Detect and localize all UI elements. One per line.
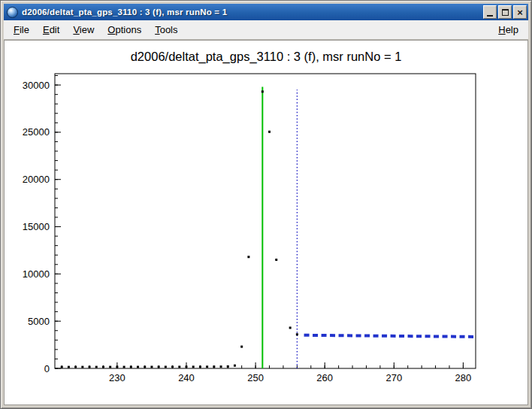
x-tick-label: 230 — [109, 372, 125, 383]
minimize-button[interactable] — [483, 5, 497, 19]
minimize-icon — [487, 15, 493, 17]
data-point — [192, 365, 195, 368]
data-point — [165, 365, 167, 368]
data-point — [289, 326, 292, 329]
data-point — [247, 256, 249, 258]
y-tick-label: 10000 — [23, 268, 50, 280]
app-icon — [7, 7, 18, 18]
data-point — [178, 365, 180, 368]
data-point — [158, 365, 160, 368]
x-tick-label: 270 — [385, 372, 402, 383]
y-tick-label: 5000 — [28, 316, 50, 327]
x-tick-label: 260 — [316, 372, 333, 383]
data-point — [102, 366, 104, 368]
chart-svg: 2302402502602702800500010000150002000025… — [5, 41, 528, 405]
data-point — [275, 259, 277, 261]
menubar-right: Help — [491, 22, 525, 38]
data-point — [109, 366, 111, 368]
data-point — [227, 365, 229, 368]
data-point — [74, 366, 77, 368]
y-tick-label: 0 — [44, 363, 50, 374]
x-tick-label: 280 — [455, 372, 472, 383]
data-point — [89, 366, 91, 368]
data-point — [68, 366, 70, 368]
data-point — [206, 365, 208, 368]
data-point — [116, 366, 118, 368]
y-tick-label: 15000 — [23, 221, 50, 232]
menu-item-tools[interactable]: Tools — [148, 22, 184, 38]
root-canvas[interactable]: d2006/deltat_pta_gps_3110 : 3 (f), msr r… — [4, 40, 528, 405]
window-title: d2006/deltat_pta_gps_3110 : 3 (f), msr r… — [22, 8, 483, 17]
window: d2006/deltat_pta_gps_3110 : 3 (f), msr r… — [0, 0, 532, 409]
data-point — [261, 90, 264, 92]
data-point — [81, 366, 83, 368]
window-controls: × — [483, 5, 527, 19]
data-point — [220, 365, 222, 368]
y-tick-label: 25000 — [23, 126, 50, 138]
data-point — [199, 365, 201, 368]
data-point — [234, 365, 236, 367]
plot-frame — [55, 74, 476, 368]
data-point — [150, 366, 153, 368]
close-button[interactable]: × — [513, 5, 527, 19]
data-point — [144, 365, 146, 368]
data-point — [137, 366, 139, 368]
data-point — [240, 346, 243, 348]
x-tick-label: 250 — [247, 372, 264, 383]
data-point — [95, 366, 98, 368]
menu-item-edit[interactable]: Edit — [36, 22, 66, 38]
menu-item-help[interactable]: Help — [491, 22, 525, 38]
y-tick-label: 30000 — [23, 80, 50, 91]
data-point — [268, 131, 271, 133]
titlebar[interactable]: d2006/deltat_pta_gps_3110 : 3 (f), msr r… — [4, 4, 528, 20]
menu-item-view[interactable]: View — [66, 22, 101, 38]
menu-item-file[interactable]: File — [7, 22, 36, 38]
data-point — [61, 366, 63, 368]
menu-item-options[interactable]: Options — [101, 22, 148, 38]
menubar-left: FileEditViewOptionsTools — [7, 22, 185, 38]
data-point — [213, 365, 215, 368]
background-level-line — [304, 335, 474, 337]
data-point — [123, 366, 125, 368]
close-icon: × — [517, 8, 523, 17]
maximize-icon — [502, 9, 509, 16]
data-point — [186, 365, 188, 368]
data-point — [296, 333, 298, 335]
data-point — [130, 366, 132, 368]
y-tick-label: 20000 — [23, 174, 50, 185]
menubar: FileEditViewOptionsTools Help — [4, 20, 528, 40]
maximize-button[interactable] — [498, 5, 512, 19]
x-tick-label: 240 — [178, 372, 195, 383]
data-point — [171, 365, 174, 368]
